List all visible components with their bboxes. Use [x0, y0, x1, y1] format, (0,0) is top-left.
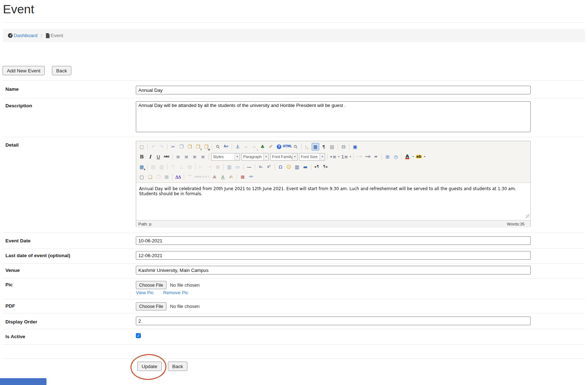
align-center-icon[interactable]: ≡	[183, 153, 190, 161]
copy-icon[interactable]: ❐	[178, 143, 185, 151]
view-pic-link[interactable]: View Pic	[136, 290, 154, 295]
is-active-checkbox[interactable]: ✓	[136, 333, 141, 338]
display-order-input[interactable]	[136, 317, 531, 325]
paste-icon[interactable]: ❒	[186, 143, 193, 151]
undo-icon[interactable]: ↶	[150, 143, 157, 151]
font-family-dropdown[interactable]: Font Family▾	[270, 153, 298, 161]
unlink-icon[interactable]: ∞×	[250, 143, 258, 151]
last-date-input[interactable]	[136, 251, 531, 260]
advanced-hr-icon[interactable]: ▬	[302, 163, 309, 171]
insertion-icon[interactable]: A	[219, 173, 227, 181]
outdent-icon[interactable]: ←≡	[356, 153, 363, 161]
font-size-dropdown[interactable]: Font Size▾	[299, 153, 325, 161]
venue-input[interactable]	[136, 266, 531, 274]
strikethrough-icon[interactable]: ABC	[163, 153, 170, 161]
emoticons-icon[interactable]: ☺	[285, 163, 293, 171]
print-icon[interactable]: ⊟	[340, 143, 347, 151]
ltr-icon[interactable]: ▸¶	[313, 163, 321, 171]
visual-aid-icon[interactable]: ▦	[312, 143, 319, 151]
special-char-icon[interactable]: Ω	[277, 163, 284, 171]
select-layer-icon[interactable]: ▢	[138, 173, 146, 181]
html-source-icon[interactable]: HTML	[284, 143, 291, 151]
redo-icon[interactable]: ↷	[158, 143, 165, 151]
bullet-list-icon[interactable]: •≡	[329, 153, 337, 161]
rtl-icon[interactable]: ¶◂	[321, 163, 329, 171]
new-document-icon[interactable]: ▢	[138, 143, 146, 151]
bold-icon[interactable]: B	[138, 153, 146, 161]
italic-icon[interactable]: I	[146, 153, 154, 161]
format-painter-icon[interactable]: ✐	[267, 143, 275, 151]
nonbreaking-icon[interactable]: ⊣⊢	[247, 173, 255, 181]
move-backward-icon[interactable]: ❐	[155, 173, 162, 181]
remove-format-icon[interactable]: ◺	[303, 143, 311, 151]
description-textarea[interactable]	[136, 101, 531, 132]
subscript-icon[interactable]: x₂	[257, 163, 264, 171]
insert-row-before-icon[interactable]: ⊤	[169, 163, 177, 171]
bullet-list-icon-arrow[interactable]: ▾	[337, 153, 340, 160]
page-properties-icon[interactable]: ▨	[328, 143, 336, 151]
delete-row-icon[interactable]: ⊟	[186, 163, 193, 171]
media-icon[interactable]: ▥	[293, 163, 301, 171]
show-blocks-icon[interactable]: ¶	[320, 143, 328, 151]
insert-column-before-icon[interactable]: ⊢	[197, 163, 205, 171]
pdf-choose-file-button[interactable]: Choose File	[136, 302, 166, 310]
update-button[interactable]: Update	[137, 362, 162, 371]
find-icon[interactable]: ⚲	[214, 143, 222, 151]
move-forward-icon[interactable]: ❏	[146, 173, 154, 181]
citation-icon[interactable]: “”	[186, 173, 193, 181]
page-break-icon[interactable]: ⊠	[239, 173, 246, 181]
acronym-icon[interactable]: A.B.C.	[202, 173, 210, 181]
help-icon[interactable]: ?	[275, 143, 283, 151]
find-replace-icon[interactable]: A⇄	[222, 143, 230, 151]
highlight-color-icon[interactable]: ab	[415, 153, 423, 161]
paste-from-word-icon[interactable]: ❒W	[202, 143, 210, 151]
insert-row-after-icon[interactable]: ⊥	[178, 163, 185, 171]
numbered-list-icon-arrow[interactable]: ▾	[349, 153, 352, 160]
insert-date-icon[interactable]: ⊞	[384, 153, 391, 161]
align-right-icon[interactable]: ≡	[191, 153, 199, 161]
numbered-list-icon[interactable]: 1≡	[341, 153, 348, 161]
insert-table-icon[interactable]: ▦✎	[138, 163, 146, 171]
delete-column-icon[interactable]: ⊠	[214, 163, 222, 171]
deletion-icon[interactable]: A	[211, 173, 218, 181]
add-new-event-button[interactable]: Add New Event	[3, 66, 45, 75]
indent-icon[interactable]: →≡	[364, 153, 371, 161]
remove-pic-link[interactable]: Remove Pic	[163, 290, 188, 295]
blockquote-icon[interactable]: “	[372, 153, 380, 161]
text-color-icon-arrow[interactable]: ▾	[411, 153, 415, 160]
link-icon[interactable]: ∞	[242, 143, 250, 151]
paste-as-text-icon[interactable]: ❒T	[194, 143, 202, 151]
highlight-color-icon-arrow[interactable]: ▾	[423, 153, 426, 160]
insert-layer-icon[interactable]: ⊞	[163, 173, 170, 181]
split-cells-icon[interactable]: ▥	[226, 163, 233, 171]
style-properties-icon[interactable]: AA	[174, 173, 182, 181]
superscript-icon[interactable]: x²	[265, 163, 273, 171]
fullscreen-icon[interactable]: ▣	[351, 143, 359, 151]
anchor-icon[interactable]: ⚓	[234, 143, 241, 151]
table-cell-properties-icon[interactable]: ▥	[158, 163, 165, 171]
insert-column-after-icon[interactable]: ⊣	[206, 163, 213, 171]
editor-content[interactable]: Annual Day will be celebrated from 20th …	[136, 183, 530, 220]
format-dropdown[interactable]: Paragraph▾	[241, 153, 269, 161]
insert-image-icon[interactable]: ♣	[259, 143, 266, 151]
insert-time-icon[interactable]: ◷	[392, 153, 400, 161]
name-input[interactable]	[136, 86, 531, 94]
styles-dropdown[interactable]: Styles▾	[211, 153, 240, 161]
align-justify-icon[interactable]: ≡	[199, 153, 207, 161]
editor-resize-handle[interactable]	[526, 214, 530, 218]
table-row-properties-icon[interactable]: ▤	[150, 163, 157, 171]
preview-icon[interactable]: ⚲	[292, 143, 299, 151]
back-button-top[interactable]: Back	[52, 66, 71, 75]
horizontal-rule-icon[interactable]: —	[245, 163, 253, 171]
cut-icon[interactable]: ✂	[169, 143, 177, 151]
back-button-bottom[interactable]: Back	[168, 362, 187, 371]
merge-cells-icon[interactable]: ▭	[234, 163, 241, 171]
underline-icon[interactable]: U	[155, 153, 162, 161]
event-date-input[interactable]	[136, 236, 531, 245]
attributes-icon[interactable]: ✍	[227, 173, 235, 181]
pic-choose-file-button[interactable]: Choose File	[136, 281, 166, 289]
abbreviation-icon[interactable]: ABBR	[194, 173, 202, 181]
text-color-icon[interactable]: A	[404, 153, 411, 161]
align-left-icon[interactable]: ≡	[174, 153, 182, 161]
breadcrumb-dashboard-link[interactable]: Dashboard	[14, 33, 37, 38]
